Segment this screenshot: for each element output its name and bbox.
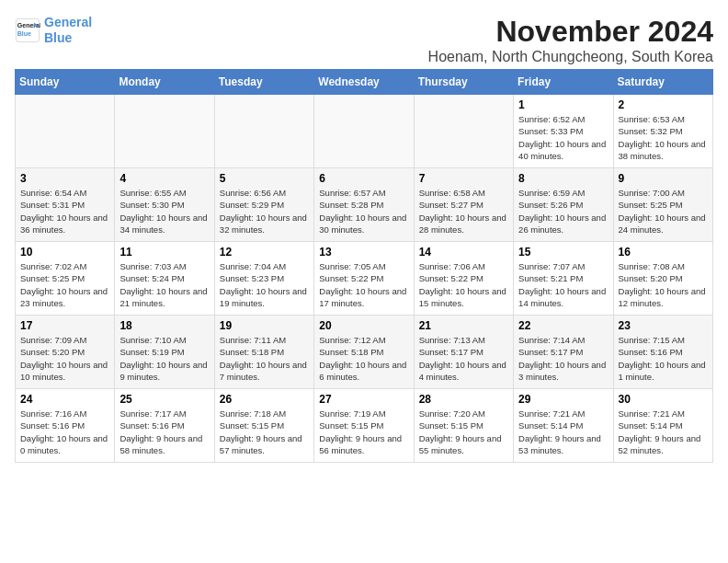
day-info: Sunrise: 7:12 AM Sunset: 5:18 PM Dayligh…	[319, 334, 408, 383]
day-info: Sunrise: 7:20 AM Sunset: 5:15 PM Dayligh…	[419, 408, 508, 456]
calendar-cell: 30Sunrise: 7:21 AM Sunset: 5:14 PM Dayli…	[613, 389, 712, 463]
calendar-cell: 26Sunrise: 7:18 AM Sunset: 5:15 PM Dayli…	[214, 389, 313, 463]
calendar-cell: 8Sunrise: 6:59 AM Sunset: 5:26 PM Daylig…	[514, 168, 613, 242]
day-info: Sunrise: 6:55 AM Sunset: 5:30 PM Dayligh…	[119, 187, 209, 236]
day-info: Sunrise: 7:04 AM Sunset: 5:23 PM Dayligh…	[220, 260, 309, 309]
calendar-cell: 14Sunrise: 7:06 AM Sunset: 5:22 PM Dayli…	[414, 242, 513, 316]
day-number: 21	[419, 319, 508, 332]
calendar-cell: 10Sunrise: 7:02 AM Sunset: 5:25 PM Dayli…	[16, 242, 115, 316]
day-info: Sunrise: 6:59 AM Sunset: 5:26 PM Dayligh…	[518, 187, 608, 236]
day-number: 14	[419, 246, 508, 259]
calendar-cell: 13Sunrise: 7:05 AM Sunset: 5:22 PM Dayli…	[314, 242, 414, 316]
calendar-cell: 17Sunrise: 7:09 AM Sunset: 5:20 PM Dayli…	[16, 316, 115, 389]
calendar-cell: 2Sunrise: 6:53 AM Sunset: 5:32 PM Daylig…	[613, 95, 712, 168]
calendar-cell: 6Sunrise: 6:57 AM Sunset: 5:28 PM Daylig…	[314, 168, 414, 242]
calendar-cell: 9Sunrise: 7:00 AM Sunset: 5:25 PM Daylig…	[613, 168, 712, 242]
calendar-cell	[16, 95, 115, 168]
day-info: Sunrise: 7:14 AM Sunset: 5:17 PM Dayligh…	[518, 334, 608, 383]
day-info: Sunrise: 7:13 AM Sunset: 5:17 PM Dayligh…	[419, 334, 508, 383]
day-number: 9	[619, 172, 708, 185]
logo: General Blue General Blue	[15, 15, 92, 46]
day-info: Sunrise: 7:16 AM Sunset: 5:16 PM Dayligh…	[20, 408, 109, 456]
day-number: 19	[220, 319, 309, 332]
day-info: Sunrise: 7:06 AM Sunset: 5:22 PM Dayligh…	[419, 260, 508, 309]
day-info: Sunrise: 7:21 AM Sunset: 5:14 PM Dayligh…	[619, 408, 708, 456]
day-number: 25	[119, 393, 209, 406]
day-number: 7	[419, 172, 508, 185]
calendar-week-row: 3Sunrise: 6:54 AM Sunset: 5:31 PM Daylig…	[16, 168, 713, 242]
day-info: Sunrise: 7:15 AM Sunset: 5:16 PM Dayligh…	[619, 334, 708, 383]
calendar-day-header: Sunday	[16, 70, 115, 95]
logo-line2: Blue	[44, 30, 72, 45]
calendar-cell: 18Sunrise: 7:10 AM Sunset: 5:19 PM Dayli…	[115, 316, 214, 389]
page-header: General Blue General Blue November 2024 …	[15, 15, 713, 65]
calendar-cell: 1Sunrise: 6:52 AM Sunset: 5:33 PM Daylig…	[514, 95, 613, 168]
calendar-cell: 16Sunrise: 7:08 AM Sunset: 5:20 PM Dayli…	[613, 242, 712, 316]
logo-line1: General	[44, 15, 92, 29]
calendar-cell: 29Sunrise: 7:21 AM Sunset: 5:14 PM Dayli…	[514, 389, 613, 463]
logo-text: General	[44, 15, 92, 30]
day-number: 2	[619, 98, 708, 111]
calendar-day-header: Saturday	[613, 70, 712, 95]
day-number: 27	[319, 393, 408, 406]
calendar-cell: 5Sunrise: 6:56 AM Sunset: 5:29 PM Daylig…	[214, 168, 313, 242]
calendar-week-row: 24Sunrise: 7:16 AM Sunset: 5:16 PM Dayli…	[16, 389, 713, 463]
calendar-cell: 27Sunrise: 7:19 AM Sunset: 5:15 PM Dayli…	[314, 389, 414, 463]
calendar-day-header: Thursday	[414, 70, 513, 95]
day-info: Sunrise: 6:54 AM Sunset: 5:31 PM Dayligh…	[20, 187, 109, 236]
day-number: 26	[220, 393, 309, 406]
day-number: 15	[518, 246, 608, 259]
day-info: Sunrise: 7:03 AM Sunset: 5:24 PM Dayligh…	[119, 260, 209, 309]
day-number: 28	[419, 393, 508, 406]
title-area: November 2024 Hoenam, North Chungcheong,…	[428, 15, 713, 65]
day-info: Sunrise: 7:11 AM Sunset: 5:18 PM Dayligh…	[220, 334, 309, 383]
calendar-cell: 3Sunrise: 6:54 AM Sunset: 5:31 PM Daylig…	[16, 168, 115, 242]
calendar-day-header: Friday	[514, 70, 613, 95]
day-number: 4	[119, 172, 209, 185]
calendar-cell	[414, 95, 513, 168]
calendar-cell: 25Sunrise: 7:17 AM Sunset: 5:16 PM Dayli…	[115, 389, 214, 463]
calendar-cell: 23Sunrise: 7:15 AM Sunset: 5:16 PM Dayli…	[613, 316, 712, 389]
calendar-cell: 4Sunrise: 6:55 AM Sunset: 5:30 PM Daylig…	[115, 168, 214, 242]
day-info: Sunrise: 6:52 AM Sunset: 5:33 PM Dayligh…	[518, 113, 608, 162]
day-info: Sunrise: 6:56 AM Sunset: 5:29 PM Dayligh…	[220, 187, 309, 236]
calendar-cell	[214, 95, 313, 168]
general-blue-logo-icon: General Blue	[15, 17, 40, 43]
svg-text:Blue: Blue	[17, 29, 31, 36]
logo-text2: Blue	[44, 30, 92, 46]
calendar-table: SundayMondayTuesdayWednesdayThursdayFrid…	[15, 69, 713, 463]
day-info: Sunrise: 7:10 AM Sunset: 5:19 PM Dayligh…	[119, 334, 209, 383]
day-number: 30	[619, 393, 708, 406]
day-info: Sunrise: 7:17 AM Sunset: 5:16 PM Dayligh…	[119, 408, 209, 456]
day-number: 11	[119, 246, 209, 259]
calendar-cell: 28Sunrise: 7:20 AM Sunset: 5:15 PM Dayli…	[414, 389, 513, 463]
calendar-week-row: 17Sunrise: 7:09 AM Sunset: 5:20 PM Dayli…	[16, 316, 713, 389]
main-title: November 2024	[428, 15, 713, 49]
day-info: Sunrise: 7:07 AM Sunset: 5:21 PM Dayligh…	[518, 260, 608, 309]
day-number: 1	[518, 98, 608, 111]
day-info: Sunrise: 7:00 AM Sunset: 5:25 PM Dayligh…	[619, 187, 708, 236]
calendar-cell: 12Sunrise: 7:04 AM Sunset: 5:23 PM Dayli…	[214, 242, 313, 316]
calendar-cell	[314, 95, 414, 168]
day-number: 17	[20, 319, 109, 332]
day-info: Sunrise: 7:19 AM Sunset: 5:15 PM Dayligh…	[319, 408, 408, 456]
calendar-cell: 15Sunrise: 7:07 AM Sunset: 5:21 PM Dayli…	[514, 242, 613, 316]
day-info: Sunrise: 7:09 AM Sunset: 5:20 PM Dayligh…	[20, 334, 109, 383]
day-number: 29	[518, 393, 608, 406]
calendar-cell: 11Sunrise: 7:03 AM Sunset: 5:24 PM Dayli…	[115, 242, 214, 316]
calendar-cell: 21Sunrise: 7:13 AM Sunset: 5:17 PM Dayli…	[414, 316, 513, 389]
calendar-cell: 24Sunrise: 7:16 AM Sunset: 5:16 PM Dayli…	[16, 389, 115, 463]
day-number: 13	[319, 246, 408, 259]
day-number: 6	[319, 172, 408, 185]
day-info: Sunrise: 7:18 AM Sunset: 5:15 PM Dayligh…	[220, 408, 309, 456]
calendar-cell: 20Sunrise: 7:12 AM Sunset: 5:18 PM Dayli…	[314, 316, 414, 389]
day-number: 18	[119, 319, 209, 332]
calendar-week-row: 10Sunrise: 7:02 AM Sunset: 5:25 PM Dayli…	[16, 242, 713, 316]
calendar-cell	[115, 95, 214, 168]
day-info: Sunrise: 6:53 AM Sunset: 5:32 PM Dayligh…	[619, 113, 708, 162]
day-number: 12	[220, 246, 309, 259]
day-number: 23	[619, 319, 708, 332]
day-number: 5	[220, 172, 309, 185]
day-number: 3	[20, 172, 109, 185]
calendar-header-row: SundayMondayTuesdayWednesdayThursdayFrid…	[16, 70, 713, 95]
